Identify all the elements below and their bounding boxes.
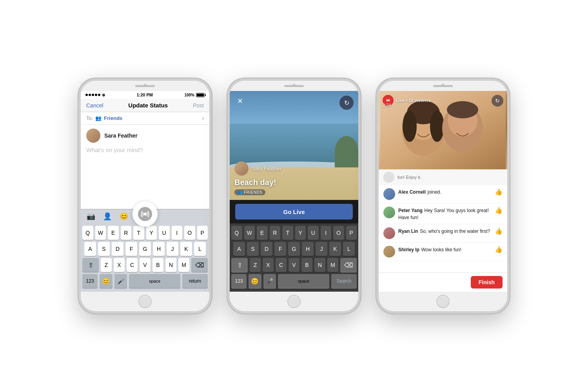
search-key[interactable]: Search xyxy=(331,274,357,288)
key2-n[interactable]: N xyxy=(314,258,325,272)
key2-j[interactable]: J xyxy=(316,242,327,256)
key-c[interactable]: C xyxy=(127,258,138,272)
numbers-key-2[interactable]: 123 xyxy=(231,274,247,288)
key2-z[interactable]: Z xyxy=(250,258,261,272)
finish-button[interactable]: Finish xyxy=(471,276,503,289)
key-n[interactable]: N xyxy=(165,258,176,272)
shift-key[interactable]: ⇧ xyxy=(82,258,99,272)
key2-g[interactable]: G xyxy=(288,242,300,256)
key-u[interactable]: U xyxy=(159,226,170,240)
shirley-like-button[interactable]: 👍 xyxy=(495,246,503,253)
key2-a[interactable]: A xyxy=(233,242,245,256)
key2-p[interactable]: P xyxy=(346,226,357,240)
return-key[interactable]: return xyxy=(182,274,208,288)
chevron-right-icon: › xyxy=(202,116,204,121)
stream-title: Beach day! xyxy=(234,178,281,187)
post-button[interactable]: Post xyxy=(193,102,204,109)
key2-k[interactable]: K xyxy=(329,242,341,256)
delete-key[interactable]: ⌫ xyxy=(191,258,208,272)
key2-e[interactable]: E xyxy=(257,226,268,240)
key2-o[interactable]: O xyxy=(333,226,344,240)
alex-like-button[interactable]: 👍 xyxy=(495,188,503,196)
flip-camera-button[interactable]: ↻ xyxy=(339,96,354,110)
tag-people-icon[interactable]: 👤 xyxy=(103,212,112,221)
delete-key-2[interactable]: ⌫ xyxy=(340,258,357,272)
key-j[interactable]: J xyxy=(167,242,178,256)
svg-point-10 xyxy=(387,100,389,102)
key2-x[interactable]: X xyxy=(263,258,274,272)
close-button[interactable]: ✕ xyxy=(234,96,245,107)
key2-v[interactable]: V xyxy=(289,258,299,272)
phone1-bottom-bar xyxy=(81,292,209,311)
status-input-placeholder[interactable]: What's on your mind? xyxy=(81,147,209,157)
stream-avatar xyxy=(234,162,249,176)
key-v[interactable]: V xyxy=(140,258,151,272)
key2-f[interactable]: F xyxy=(274,242,286,256)
key2-y[interactable]: Y xyxy=(295,226,306,240)
key-w[interactable]: W xyxy=(95,226,106,240)
key-g[interactable]: G xyxy=(139,242,151,256)
key2-i[interactable]: I xyxy=(321,226,332,240)
peter-like-button[interactable]: 👍 xyxy=(495,207,503,214)
key-l[interactable]: L xyxy=(194,242,206,256)
home-button[interactable] xyxy=(138,295,152,308)
key-k[interactable]: K xyxy=(180,242,192,256)
mic-key[interactable]: 🎤 xyxy=(114,274,127,288)
key2-d[interactable]: D xyxy=(261,242,272,256)
space-key[interactable]: space xyxy=(129,274,180,288)
signal-area: ⊛ xyxy=(85,93,105,97)
key-x[interactable]: X xyxy=(114,258,125,272)
key-y[interactable]: Y xyxy=(146,226,157,240)
home-button-2[interactable] xyxy=(287,295,301,308)
key2-b[interactable]: B xyxy=(301,258,312,272)
key-h[interactable]: H xyxy=(153,242,165,256)
key-p[interactable]: P xyxy=(197,226,208,240)
key2-u[interactable]: U xyxy=(308,226,319,240)
svg-point-6 xyxy=(430,111,444,142)
key-d[interactable]: D xyxy=(112,242,123,256)
camera-toolbar-icon[interactable]: 📷 xyxy=(86,212,96,221)
key2-w[interactable]: W xyxy=(244,226,255,240)
key-e[interactable]: E xyxy=(108,226,119,240)
key-z[interactable]: Z xyxy=(101,258,112,272)
home-button-3[interactable] xyxy=(436,295,450,308)
emoji-key-2[interactable]: 😊 xyxy=(249,274,261,288)
svg-point-9 xyxy=(447,101,478,118)
finish-row: Finish xyxy=(379,272,507,292)
emoji-toolbar-icon[interactable]: 😊 xyxy=(119,212,129,221)
to-label: To: xyxy=(86,115,93,121)
ryan-like-button[interactable]: 👍 xyxy=(495,227,503,235)
key-o[interactable]: O xyxy=(184,226,195,240)
go-live-button[interactable]: Go Live xyxy=(235,204,353,220)
numbers-key[interactable]: 123 xyxy=(82,274,98,288)
key2-l[interactable]: L xyxy=(343,242,355,256)
emoji-key[interactable]: 😊 xyxy=(100,274,113,288)
go-live-circle-button[interactable] xyxy=(132,201,158,227)
key-f[interactable]: F xyxy=(125,242,137,256)
flip-camera-button-3[interactable]: ↻ xyxy=(492,95,503,107)
key2-t[interactable]: T xyxy=(282,226,293,240)
key2-c[interactable]: C xyxy=(276,258,287,272)
key2-q[interactable]: Q xyxy=(231,226,242,240)
key-a[interactable]: A xyxy=(84,242,96,256)
cancel-button[interactable]: Cancel xyxy=(86,102,103,109)
dot-2 xyxy=(89,94,91,96)
key-q[interactable]: Q xyxy=(82,226,93,240)
key-i[interactable]: I xyxy=(172,226,183,240)
shift-key-2[interactable]: ⇧ xyxy=(231,258,248,272)
phone1-status-bar: ⊛ 1:20 PM 100% xyxy=(81,91,209,99)
key2-s[interactable]: S xyxy=(247,242,259,256)
battery-percent: 100% xyxy=(184,93,194,97)
battery-fill xyxy=(197,94,204,96)
key2-h[interactable]: H xyxy=(302,242,314,256)
key-b[interactable]: B xyxy=(152,258,163,272)
audience-selector[interactable]: To: 👥 Friends › xyxy=(81,112,209,125)
key-t[interactable]: T xyxy=(133,226,144,240)
key2-m[interactable]: M xyxy=(327,258,338,272)
key-r[interactable]: R xyxy=(121,226,132,240)
key2-r[interactable]: R xyxy=(270,226,281,240)
key-s[interactable]: S xyxy=(98,242,110,256)
key-m[interactable]: M xyxy=(178,258,189,272)
mic-key-2[interactable]: 🎤 xyxy=(263,274,276,288)
space-key-2[interactable]: space xyxy=(278,274,329,288)
